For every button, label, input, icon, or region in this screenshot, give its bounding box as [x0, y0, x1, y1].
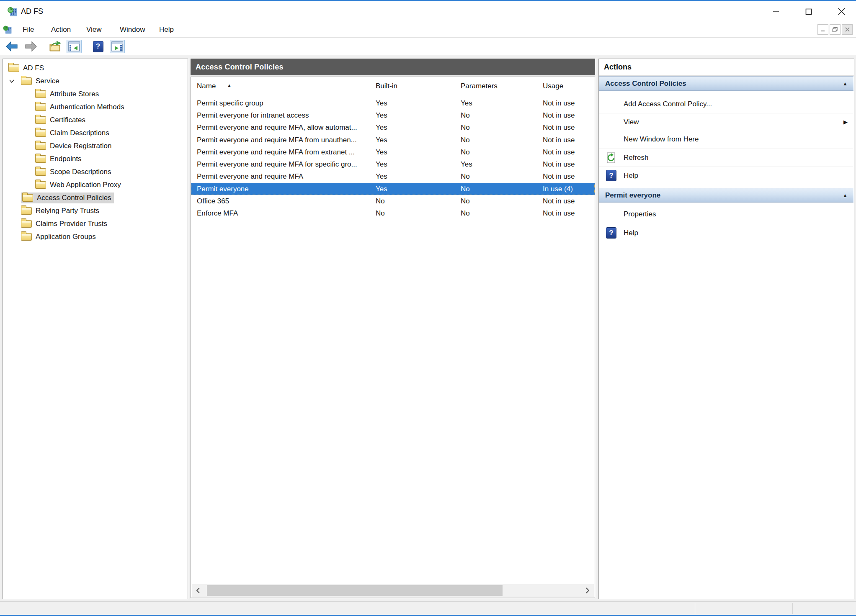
toolbar-separator [86, 41, 86, 52]
menu-action[interactable]: Action [47, 22, 75, 38]
action-properties[interactable]: Properties [599, 205, 853, 223]
adfs-app-icon-small [3, 25, 13, 37]
maximize-button[interactable] [796, 1, 822, 22]
tree-item-adfs-root[interactable]: AD FS [3, 62, 188, 74]
title-bar: AD FS [0, 1, 856, 22]
chevron-down-icon[interactable] [8, 78, 21, 85]
folder-icon [35, 129, 46, 137]
results-panel-title: Access Control Policies [196, 63, 284, 72]
table-row[interactable]: Permit everyone for intranet accessYesNo… [191, 109, 595, 121]
table-row[interactable]: Permit specific groupYesYesNot in use [191, 97, 595, 109]
actions-section-access-control-policies[interactable]: Access Control Policies ▲ [599, 76, 853, 91]
menu-bar: File Action View Window Help [0, 22, 856, 38]
menu-view[interactable]: View [82, 22, 106, 38]
folder-icon [21, 207, 32, 215]
navigation-tree-panel: AD FS Service Attribute Stores Authentic… [3, 59, 188, 599]
minimize-button[interactable] [763, 1, 789, 22]
tree-item-certificates[interactable]: Certificates [3, 113, 188, 126]
folder-icon [35, 168, 46, 176]
policy-rows: Permit specific groupYesYesNot in use Pe… [191, 97, 595, 220]
adfs-management-console: { "window": { "title": "AD FS" }, "menu"… [0, 0, 856, 616]
folder-icon [35, 155, 46, 163]
action-permit-everyone-help[interactable]: ? Help [599, 224, 853, 241]
scroll-left-icon[interactable] [192, 584, 204, 597]
actions-panel: Actions Access Control Policies ▲ Add Ac… [598, 59, 854, 599]
console-tree: AD FS Service Attribute Stores Authentic… [3, 62, 188, 243]
table-row-selected[interactable]: Permit everyoneYesNoIn use (4) [191, 183, 595, 195]
toolbar-separator [43, 41, 43, 52]
folder-icon [35, 116, 46, 124]
column-header-parameters[interactable]: Parameters [461, 82, 498, 90]
policy-list: Name ▲ Built-in Parameters Usage Permit … [191, 77, 595, 598]
tree-item-scope-descriptions[interactable]: Scope Descriptions [3, 165, 188, 178]
child-minimize-button[interactable] [817, 24, 828, 35]
mmc-child-window-controls [817, 24, 853, 35]
action-refresh[interactable]: Refresh [599, 149, 853, 166]
tree-selection-highlight: Access Control Policies [21, 192, 114, 203]
folder-icon [22, 194, 33, 202]
table-row[interactable]: Enforce MFANoNoNot in use [191, 208, 595, 220]
table-row[interactable]: Permit everyone and require MFA for spec… [191, 158, 595, 170]
table-row[interactable]: Permit everyone and require MFA from ext… [191, 146, 595, 158]
table-row[interactable]: Permit everyone and require MFAYesNoNot … [191, 171, 595, 183]
results-panel: Access Control Policies Name ▲ Built-in … [191, 59, 595, 599]
forward-icon[interactable] [23, 40, 39, 53]
tree-item-claim-descriptions[interactable]: Claim Descriptions [3, 126, 188, 139]
child-restore-button[interactable] [830, 24, 841, 35]
action-add-access-control-policy[interactable]: Add Access Control Policy... [599, 95, 853, 113]
menu-file[interactable]: File [18, 22, 38, 38]
help-icon[interactable]: ? [90, 40, 106, 53]
tree-item-device-registration[interactable]: Device Registration [3, 139, 188, 152]
folder-icon [35, 142, 46, 150]
child-close-button[interactable] [842, 24, 853, 35]
results-panel-header: Access Control Policies [191, 59, 595, 75]
table-row[interactable]: Permit everyone and require MFA, allow a… [191, 122, 595, 134]
folder-icon [21, 77, 32, 85]
tree-item-claims-provider-trusts[interactable]: Claims Provider Trusts [3, 217, 188, 230]
export-list-icon[interactable] [47, 40, 62, 53]
column-header-built-in[interactable]: Built-in [376, 82, 397, 90]
tree-item-endpoints[interactable]: Endpoints [3, 152, 188, 165]
window-title: AD FS [21, 7, 43, 16]
help-icon: ? [599, 227, 617, 239]
scrollbar-thumb[interactable] [207, 585, 503, 596]
scroll-right-icon[interactable] [581, 584, 594, 597]
show-console-tree-icon[interactable] [67, 40, 82, 53]
tree-item-service[interactable]: Service [3, 74, 188, 87]
tree-item-access-control-policies[interactable]: Access Control Policies [3, 191, 188, 204]
folder-icon [21, 233, 32, 241]
adfs-app-icon [7, 6, 18, 20]
folder-icon [21, 220, 32, 228]
folder-icon [35, 181, 46, 189]
tree-item-web-application-proxy[interactable]: Web Application Proxy [3, 178, 188, 191]
action-new-window-from-here[interactable]: New Window from Here [599, 131, 853, 148]
horizontal-scrollbar[interactable] [192, 584, 594, 597]
close-button[interactable] [828, 1, 854, 22]
list-column-headers: Name ▲ Built-in Parameters Usage [191, 77, 595, 96]
tree-item-attribute-stores[interactable]: Attribute Stores [3, 87, 188, 100]
collapse-section-icon[interactable]: ▲ [843, 192, 848, 198]
tree-item-authentication-methods[interactable]: Authentication Methods [3, 100, 188, 113]
action-help[interactable]: ? Help [599, 167, 853, 184]
folder-icon [8, 64, 19, 72]
menu-window[interactable]: Window [116, 22, 149, 38]
menu-help[interactable]: Help [155, 22, 178, 38]
collapse-section-icon[interactable]: ▲ [843, 81, 848, 87]
back-icon[interactable] [4, 40, 19, 53]
show-action-pane-icon[interactable] [110, 40, 125, 53]
sort-ascending-icon: ▲ [227, 83, 232, 88]
column-header-usage[interactable]: Usage [543, 82, 563, 90]
folder-icon [35, 103, 46, 111]
table-row[interactable]: Permit everyone and require MFA from una… [191, 134, 595, 146]
column-header-name[interactable]: Name [197, 82, 216, 90]
refresh-icon [599, 152, 617, 164]
tree-item-application-groups[interactable]: Application Groups [3, 230, 188, 243]
table-row[interactable]: Office 365NoNoNot in use [191, 195, 595, 207]
toolbar: ? [0, 38, 856, 55]
action-view[interactable]: View ▶ [599, 113, 853, 131]
folder-icon [35, 90, 46, 98]
help-icon: ? [599, 170, 617, 181]
actions-section-permit-everyone[interactable]: Permit everyone ▲ [599, 188, 853, 203]
submenu-arrow-icon: ▶ [843, 119, 848, 125]
tree-item-relying-party-trusts[interactable]: Relying Party Trusts [3, 204, 188, 217]
